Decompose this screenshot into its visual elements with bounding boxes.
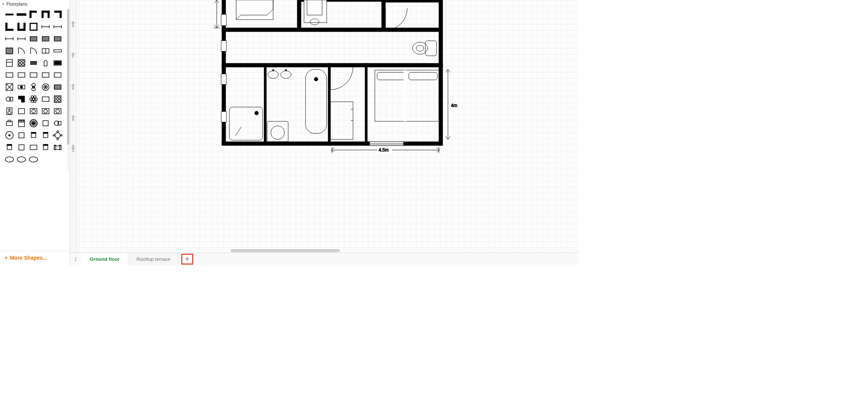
- shape-counter[interactable]: [4, 69, 15, 81]
- shape-blinds[interactable]: [52, 81, 63, 93]
- svg-point-107: [31, 100, 34, 103]
- svg-point-197: [285, 69, 287, 71]
- shape-cross[interactable]: [4, 81, 15, 93]
- shape-wall-horizontal[interactable]: [4, 9, 15, 20]
- shape-desk-small[interactable]: [16, 69, 27, 81]
- canvas-viewport[interactable]: 4m 4.5m: [79, 0, 579, 253]
- shape-ceiling-fan[interactable]: [28, 81, 39, 93]
- canvas-horizontal-scrollbar[interactable]: [87, 249, 579, 253]
- sidebar-scrollbar[interactable]: [67, 9, 69, 171]
- shape-l-desk-2[interactable]: [40, 69, 51, 81]
- shape-blank[interactable]: [40, 154, 51, 165]
- shape-dresser[interactable]: [4, 118, 15, 129]
- page-tab-bar: Ground floor Rooftop terrace +: [70, 253, 579, 265]
- svg-rect-203: [267, 121, 288, 142]
- shape-stairs[interactable]: [4, 45, 15, 57]
- shape-closet-doors[interactable]: [40, 45, 51, 57]
- shape-vent[interactable]: [28, 57, 39, 69]
- svg-rect-177: [297, 0, 301, 30]
- svg-rect-16: [30, 23, 37, 30]
- svg-rect-154: [43, 133, 48, 138]
- svg-rect-18: [30, 23, 37, 30]
- svg-rect-166: [43, 144, 48, 145]
- shape-rug[interactable]: [16, 106, 27, 117]
- shape-door-arc-1[interactable]: [16, 45, 27, 57]
- shape-shelf-1[interactable]: [40, 93, 51, 105]
- tab-rooftop-terrace[interactable]: Rooftop terrace: [128, 253, 179, 265]
- shape-wall-u[interactable]: [16, 21, 27, 32]
- shape-spiral-stairs[interactable]: [28, 118, 39, 129]
- shape-flower[interactable]: [28, 93, 39, 105]
- shape-kettle[interactable]: [40, 57, 51, 69]
- shape-dim-horizontal[interactable]: [40, 21, 51, 32]
- shape-armchair[interactable]: [4, 142, 15, 153]
- svg-point-158: [57, 138, 58, 140]
- shape-piano[interactable]: [16, 93, 27, 105]
- tab-ground-floor[interactable]: Ground floor: [81, 253, 128, 265]
- shape-cooktop-small[interactable]: [16, 57, 27, 69]
- shape-room-box[interactable]: [28, 21, 39, 32]
- svg-rect-165: [43, 145, 48, 150]
- shape-toilet-2[interactable]: [52, 118, 63, 129]
- shape-stove[interactable]: [16, 130, 27, 141]
- svg-rect-17: [30, 23, 37, 30]
- more-shapes-button[interactable]: + More Shapes...: [0, 251, 70, 265]
- shape-fridge[interactable]: [4, 57, 15, 69]
- shape-wall-horizontal-thick[interactable]: [16, 9, 27, 20]
- panel-header-floorplans[interactable]: ▼ Floorplans: [0, 0, 70, 8]
- svg-point-201: [255, 111, 258, 115]
- sidebar-scrollbar-thumb[interactable]: [67, 9, 69, 145]
- shape-sofa[interactable]: [52, 142, 63, 153]
- svg-rect-218: [425, 41, 437, 56]
- svg-point-170: [5, 157, 14, 162]
- svg-rect-128: [6, 122, 12, 126]
- shape-window-slit[interactable]: [52, 45, 63, 57]
- shape-grate[interactable]: [28, 33, 39, 44]
- shape-table-oval-6[interactable]: [16, 154, 27, 165]
- shape-l-desk[interactable]: [28, 69, 39, 81]
- svg-point-71: [22, 63, 24, 66]
- shape-lamp[interactable]: [16, 81, 27, 93]
- svg-rect-208: [330, 102, 353, 139]
- svg-rect-215: [382, 0, 385, 30]
- shape-wall-corner-left[interactable]: [28, 9, 39, 20]
- vertical-ruler[interactable]: 6007008009001000: [70, 0, 77, 253]
- svg-rect-153: [31, 132, 36, 133]
- shape-table-square-4[interactable]: [16, 142, 27, 153]
- canvas-scrollbar-thumb[interactable]: [231, 249, 340, 252]
- shape-target[interactable]: [40, 81, 51, 93]
- shape-chair-right[interactable]: [40, 130, 51, 141]
- shape-bed[interactable]: [16, 118, 27, 129]
- shape-sink-square[interactable]: [40, 106, 51, 117]
- shape-desk-office[interactable]: [28, 142, 39, 153]
- shape-chair-left[interactable]: [40, 142, 51, 153]
- shape-dim-vertical[interactable]: [4, 33, 15, 44]
- ruler-label: 700: [71, 53, 75, 58]
- shape-clock[interactable]: [4, 130, 15, 141]
- shape-wall-corner-right[interactable]: [52, 9, 63, 20]
- page-menu-button[interactable]: [70, 253, 81, 265]
- shape-toilet-1[interactable]: [4, 93, 15, 105]
- shape-l-desk-3[interactable]: [52, 69, 63, 81]
- shape-chair-up[interactable]: [28, 130, 39, 141]
- shape-wall-corner-u[interactable]: [40, 9, 51, 20]
- floorplan-drawing[interactable]: 4m 4.5m: [79, 0, 579, 166]
- shape-grate-2[interactable]: [40, 33, 51, 44]
- shape-table-round-4[interactable]: [52, 130, 63, 141]
- shape-door-arc-2[interactable]: [28, 45, 39, 57]
- add-page-button[interactable]: +: [181, 254, 193, 265]
- shape-table-oval-4[interactable]: [4, 154, 15, 165]
- shape-grate-vertical[interactable]: [52, 33, 63, 44]
- shape-dim-vertical-2[interactable]: [16, 33, 27, 44]
- shape-speaker[interactable]: [4, 106, 15, 117]
- svg-point-69: [22, 60, 24, 63]
- shape-blank[interactable]: [52, 154, 63, 165]
- shape-sink-double[interactable]: [52, 106, 63, 117]
- shape-wall-l[interactable]: [4, 21, 15, 32]
- shape-tv[interactable]: [52, 57, 63, 69]
- shape-sink-round[interactable]: [28, 106, 39, 117]
- shape-cooktop[interactable]: [52, 93, 63, 105]
- shape-table-small[interactable]: [40, 118, 51, 129]
- shape-table-oval-8[interactable]: [28, 154, 39, 165]
- shape-dim-label[interactable]: [52, 21, 63, 32]
